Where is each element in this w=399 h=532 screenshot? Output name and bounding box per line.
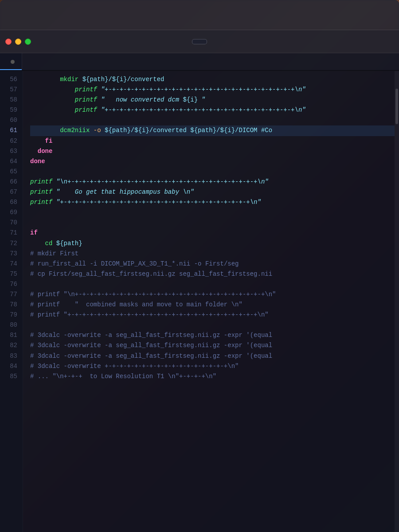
line-number: 81	[0, 330, 23, 340]
code-content[interactable]: mkdir ${path}/${i}/converted printf "+-+…	[23, 71, 395, 532]
code-line: printf " Go get that hippocampus baby \n…	[30, 187, 395, 197]
code-line: # ... "\n+-+-+ to Low Resolution T1 \n"+…	[30, 372, 395, 382]
app-window: 5657585960616263646566676869707172737475…	[0, 0, 399, 532]
scrollbar[interactable]	[395, 71, 399, 532]
code-line: dcm2niix -o ${path}/${i}/converted ${pat…	[30, 125, 395, 136]
code-line	[30, 279, 395, 289]
line-number: 60	[0, 115, 23, 125]
editor-area[interactable]: 5657585960616263646566676869707172737475…	[0, 71, 399, 532]
menu-view[interactable]	[72, 13, 77, 17]
line-number: 74	[0, 259, 23, 269]
line-number: 80	[0, 320, 23, 330]
line-number: 77	[0, 289, 23, 300]
code-line: if	[30, 228, 395, 238]
file-modified-dot	[11, 60, 15, 64]
code-line: # 3dcalc -overwrite -a seg_all_fast_firs…	[30, 330, 395, 340]
menu-goto[interactable]	[85, 13, 90, 17]
menu-find[interactable]	[59, 13, 64, 17]
window-tab-area	[0, 30, 399, 53]
scrollbar-thumb[interactable]	[395, 89, 398, 124]
line-number: 66	[0, 177, 23, 187]
code-line: # printf "\n+-+-+-+-+-+-+-+-+-+-+-+-+-+-…	[30, 289, 395, 300]
line-numbers: 5657585960616263646566676869707172737475…	[0, 71, 23, 532]
code-line: printf " now converted dcm ${i} "	[30, 95, 395, 105]
code-line: mkdir ${path}/${i}/converted	[30, 74, 395, 85]
line-number: 65	[0, 167, 23, 177]
line-number: 85	[0, 372, 23, 382]
code-line: # printf "+-+-+-+-+-+-+-+-+-+-+-+-+-+-+-…	[30, 310, 395, 320]
menu-project[interactable]	[112, 13, 117, 17]
code-line: fi	[30, 136, 395, 146]
line-number: 62	[0, 136, 23, 146]
line-number: 58	[0, 95, 23, 105]
line-number: 75	[0, 269, 23, 279]
menu-window[interactable]	[125, 13, 130, 17]
menu-help[interactable]	[138, 13, 144, 17]
line-number: 59	[0, 105, 23, 115]
menu-tools[interactable]	[98, 13, 104, 17]
line-number: 61	[0, 125, 23, 136]
line-number: 67	[0, 187, 23, 197]
line-number: 64	[0, 156, 23, 167]
code-line: cd ${path}	[30, 239, 395, 249]
line-number: 69	[0, 207, 23, 218]
line-number: 70	[0, 218, 23, 228]
code-line: done	[30, 156, 395, 167]
code-line	[30, 207, 395, 218]
code-line: printf "+-+-+-+-+-+-+-+-+-+-+-+-+-+-+-+-…	[30, 105, 395, 115]
code-line: # printf " combined masks and move to ma…	[30, 300, 395, 310]
code-line	[30, 115, 395, 125]
menu-app-name[interactable]	[5, 13, 11, 17]
menu-file[interactable]	[19, 13, 24, 17]
file-tab-bar	[0, 53, 399, 71]
code-line	[30, 320, 395, 330]
line-number: 72	[0, 239, 23, 249]
line-number: 57	[0, 85, 23, 95]
file-tab-active[interactable]	[0, 53, 22, 70]
line-number: 63	[0, 146, 23, 156]
line-number: 78	[0, 300, 23, 310]
line-number: 83	[0, 351, 23, 361]
window-title-tab[interactable]	[192, 39, 207, 44]
code-line: done	[30, 146, 395, 156]
code-line: # cp First/seg_all_fast_firstseg.nii.gz …	[30, 269, 395, 279]
menu-selection[interactable]	[45, 13, 51, 17]
line-number: 84	[0, 361, 23, 372]
line-number: 73	[0, 249, 23, 259]
line-number: 82	[0, 340, 23, 351]
line-number: 68	[0, 197, 23, 207]
code-line: # 3dcalc -overwrite -a seg_all_fast_firs…	[30, 351, 395, 361]
code-line: # 3dcalc -overwrite +-+-+-+-+-+-+-+-+-+-…	[30, 361, 395, 372]
code-line: printf "+-+-+-+-+-+-+-+-+-+-+-+-+-+-+-+-…	[30, 85, 395, 95]
line-number: 56	[0, 74, 23, 85]
code-line	[30, 167, 395, 177]
code-line: # run_first_all -i DICOM_WIP_AX_3D_T1_*.…	[30, 259, 395, 269]
menu-bar	[0, 0, 399, 30]
line-number: 76	[0, 279, 23, 289]
code-line	[30, 218, 395, 228]
code-line: printf "+-+-+-+-+-+-+-+-+-+-+-+-+-+-+-+-…	[30, 197, 395, 207]
code-line: # mkdir First	[30, 249, 395, 259]
code-line: printf "\n+-+-+-+-+-+-+-+-+-+-+-+-+-+-+-…	[30, 177, 395, 187]
code-line: # 3dcalc -overwrite -a seg_all_fast_firs…	[30, 340, 395, 351]
menu-edit[interactable]	[32, 13, 37, 17]
line-number: 79	[0, 310, 23, 320]
line-number: 71	[0, 228, 23, 238]
title-bar	[0, 30, 399, 53]
